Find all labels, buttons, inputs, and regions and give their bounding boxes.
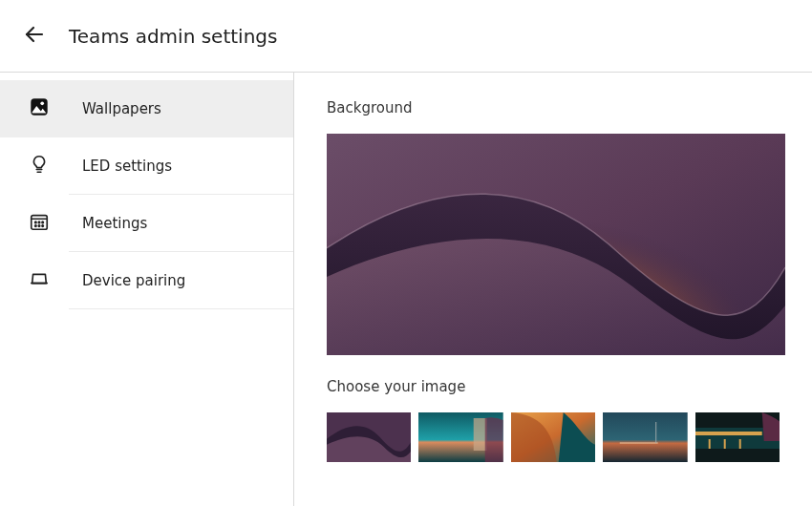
sidebar-item-pairing[interactable]: Device pairing <box>0 252 293 309</box>
thumbnail-horizon-teal[interactable] <box>418 412 502 462</box>
sidebar-item-label: Wallpapers <box>82 100 161 117</box>
chooser-label: Choose your image <box>327 378 780 395</box>
thumbnail-row <box>327 412 780 462</box>
svg-point-8 <box>35 225 36 226</box>
sidebar: Wallpapers LED settings <box>0 73 294 506</box>
svg-point-6 <box>38 221 39 222</box>
thumbnail-horizon-dark[interactable] <box>603 412 687 462</box>
thumbnail-wave-purple[interactable] <box>327 412 411 462</box>
page-title: Teams admin settings <box>69 25 277 48</box>
sidebar-item-label: Meetings <box>82 215 147 232</box>
sidebar-item-wallpapers[interactable]: Wallpapers <box>0 80 293 137</box>
thumbnail-pool-night[interactable] <box>695 412 780 462</box>
svg-point-9 <box>38 225 39 226</box>
image-icon <box>29 96 50 121</box>
device-icon <box>29 268 50 293</box>
svg-rect-18 <box>474 418 487 451</box>
svg-rect-26 <box>723 439 725 449</box>
background-label: Background <box>327 99 780 116</box>
svg-rect-25 <box>708 439 710 449</box>
back-icon[interactable] <box>23 23 46 50</box>
sidebar-item-label: Device pairing <box>82 272 185 289</box>
svg-point-2 <box>40 102 44 106</box>
svg-point-5 <box>35 221 36 222</box>
main: Wallpapers LED settings <box>0 73 812 506</box>
sidebar-item-meetings[interactable]: Meetings <box>0 195 293 252</box>
thumbnail-wave-orange[interactable] <box>511 412 595 462</box>
svg-point-10 <box>42 225 43 226</box>
topbar: Teams admin settings <box>0 0 812 73</box>
bulb-icon <box>29 154 50 179</box>
background-preview <box>327 134 785 355</box>
sidebar-item-led[interactable]: LED settings <box>0 137 293 195</box>
svg-rect-27 <box>738 439 740 449</box>
svg-point-7 <box>42 221 43 222</box>
content: Background <box>294 73 812 506</box>
sidebar-item-label: LED settings <box>82 158 172 175</box>
svg-rect-20 <box>603 412 687 462</box>
calendar-icon <box>29 211 50 236</box>
